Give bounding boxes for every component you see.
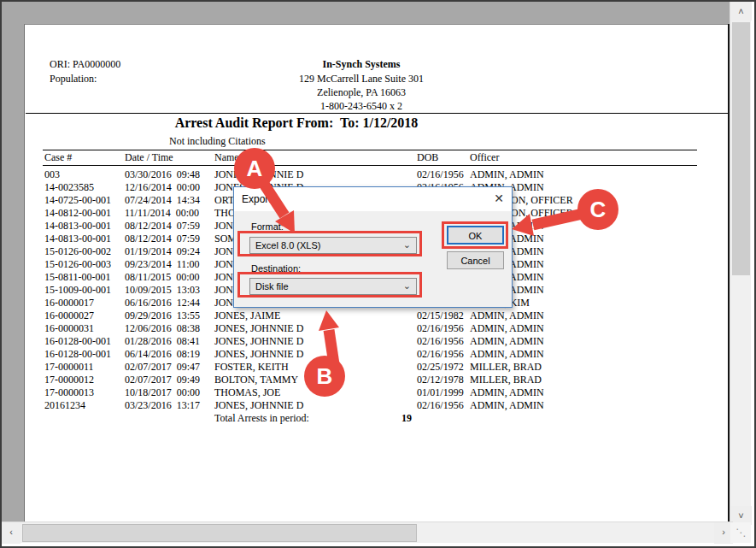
cell-datetime: 08/11/2015 00:00 [125, 271, 200, 284]
cell-case: 003 [44, 168, 60, 181]
cell-dob: 01/01/1999 [417, 386, 464, 399]
export-dialog: Export ✕ Format: Excel 8.0 (XLS) ⌄ Desti… [233, 186, 513, 308]
cell-name: JON [214, 297, 233, 309]
table-header-rule [43, 165, 697, 166]
cell-name: BOLTON, TAMMY [214, 374, 298, 386]
cell-dob: 02/16/1956 [417, 399, 464, 412]
cell-datetime: 06/16/2016 12:44 [125, 297, 200, 309]
col-header-officer: Officer [470, 151, 499, 164]
company-phone: 1-800-243-6540 x 2 [190, 100, 532, 113]
export-dialog-title: Export [242, 193, 272, 205]
company-address2: Zelienople, PA 16063 [190, 86, 532, 99]
cell-case: 15-0126-00-002 [44, 245, 111, 258]
table-row: 2016123403/23/2016 13:17JONES, JOHNNIE D… [2, 399, 733, 412]
table-row: 17-000001102/07/2017 09:47FOSTER, KEITH0… [2, 361, 733, 374]
vertical-scrollbar[interactable]: ˄ ˅ [730, 2, 751, 525]
col-header-datetime: Date / Time [125, 151, 173, 164]
horizontal-scrollbar-thumb[interactable] [22, 524, 417, 542]
cell-datetime: 09/23/2014 11:00 [125, 258, 200, 271]
table-row: 16-000003112/06/2016 08:38JONES, JOHNNIE… [2, 322, 733, 335]
population-label: Population: [50, 73, 97, 85]
cell-datetime: 09/29/2016 13:55 [125, 309, 200, 322]
report-viewer-window: ORI: PA0000000 Population: In-Synch Syst… [0, 0, 756, 548]
cell-case: 17-0000011 [44, 361, 94, 374]
table-row: 00303/30/2016 09:48JONES, JOHNNIE D02/16… [2, 168, 733, 181]
cell-datetime: 10/09/2015 13:03 [125, 284, 200, 297]
cell-dob: 02/16/1956 [417, 335, 464, 348]
table-row: 17-000001202/07/2017 09:49BOLTON, TAMMY0… [2, 374, 733, 386]
close-icon[interactable]: ✕ [494, 192, 504, 205]
cell-dob: 02/12/1978 [417, 374, 464, 386]
cell-officer: ADMIN, ADMIN [470, 335, 544, 348]
cell-name: JONES, JOHNNIE D [214, 348, 303, 361]
cell-name: JON [214, 258, 233, 271]
scroll-up-icon[interactable]: ˄ [730, 2, 752, 21]
company-address1: 129 McCarrell Lane Suite 301 [190, 73, 532, 85]
cell-name: JONES, JAIME [214, 309, 280, 322]
cell-name: JONES, JOHNNIE D [214, 335, 303, 348]
callout-c-badge: C [577, 189, 618, 230]
cell-case: 16-0128-00-001 [44, 335, 111, 348]
cell-datetime: 11/11/2014 00:00 [125, 207, 199, 220]
table-top-rule [43, 150, 697, 150]
total-value: 19 [401, 412, 412, 425]
cell-datetime: 12/16/2014 00:00 [125, 181, 200, 194]
export-dialog-titlebar[interactable]: Export ✕ [234, 187, 512, 211]
report-subtitle: Not including Citations [169, 135, 266, 148]
table-row: 16-000002709/29/2016 13:55JONES, JAIME02… [2, 309, 733, 322]
cell-case: 17-0000013 [44, 386, 94, 399]
company-name: In-Synch Systems [190, 58, 532, 71]
cell-case: 15-1009-00-001 [44, 284, 111, 297]
destination-highlight-rect [237, 272, 422, 298]
cell-datetime: 03/23/2016 13:17 [125, 399, 200, 412]
cell-case: 16-0000031 [44, 322, 94, 335]
cell-datetime: 01/28/2016 08:41 [125, 335, 200, 348]
ori-label: ORI: PA0000000 [50, 58, 120, 71]
format-highlight-rect [237, 231, 422, 256]
cell-name: JON [214, 245, 233, 258]
report-title: Arrest Audit Report From: To: 1/12/2018 [83, 115, 510, 131]
table-row: 16-0128-00-00101/28/2016 08:41JONES, JOH… [2, 335, 733, 348]
cell-name: JON [214, 284, 233, 297]
cell-officer: ADMIN, ADMIN [470, 168, 544, 181]
table-row: 17-000001310/18/2017 00:00THOMAS, JOE01/… [2, 386, 733, 399]
cell-officer: MILLER, BRAD [470, 361, 542, 374]
cell-name: JONES, JOHNNIE D [214, 399, 303, 412]
callout-b-badge: B [304, 356, 345, 397]
cell-name: JON [214, 220, 233, 233]
vertical-scrollbar-thumb[interactable] [732, 22, 750, 275]
cell-datetime: 01/19/2014 09:24 [125, 245, 200, 258]
cell-case: 14-0813-00-001 [44, 233, 111, 245]
cell-name: JONES, JOHNNIE D [214, 322, 303, 335]
cell-name: ORT [214, 194, 234, 207]
cell-name: THOMAS, JOE [214, 386, 280, 399]
cell-officer: ADMIN, ADMIN [470, 386, 544, 399]
cell-officer: ADMIN, ADMIN [470, 399, 544, 412]
cell-case: 15-0126-00-003 [44, 258, 111, 271]
horizontal-scrollbar[interactable]: ‹ › [2, 521, 733, 543]
cell-dob: 02/16/1956 [417, 348, 464, 361]
ok-highlight-rect [442, 221, 508, 249]
scroll-left-icon[interactable]: ‹ [2, 522, 21, 544]
cancel-button[interactable]: Cancel [447, 251, 504, 269]
cell-dob: 02/15/1982 [417, 309, 464, 322]
cell-case: 14-0812-00-001 [44, 207, 111, 220]
cell-datetime: 08/12/2014 07:59 [125, 220, 200, 233]
cell-officer: ADMIN, ADMIN [470, 309, 544, 322]
cell-officer: MILLER, BRAD [470, 374, 542, 386]
cell-name: THO [214, 207, 236, 220]
col-header-dob: DOB [417, 151, 438, 164]
cell-name: FOSTER, KEITH [214, 361, 289, 374]
cell-case: 17-0000012 [44, 374, 94, 386]
cell-datetime: 10/18/2017 00:00 [125, 386, 200, 399]
cell-officer: ADMIN, ADMIN [470, 322, 544, 335]
cell-case: 16-0128-00-001 [44, 348, 111, 361]
report-viewport: ORI: PA0000000 Population: In-Synch Syst… [2, 2, 733, 525]
cell-case: 14-0725-00-001 [44, 194, 111, 207]
cell-case: 16-0000017 [44, 297, 94, 309]
table-row: 16-0128-00-00106/14/2016 08:19JONES, JOH… [2, 348, 733, 361]
cell-datetime: 12/06/2016 08:38 [125, 322, 200, 335]
cell-datetime: 07/24/2014 14:34 [125, 194, 200, 207]
header-divider [26, 113, 728, 114]
resize-gripper-icon[interactable]: ⋱ [730, 522, 751, 543]
